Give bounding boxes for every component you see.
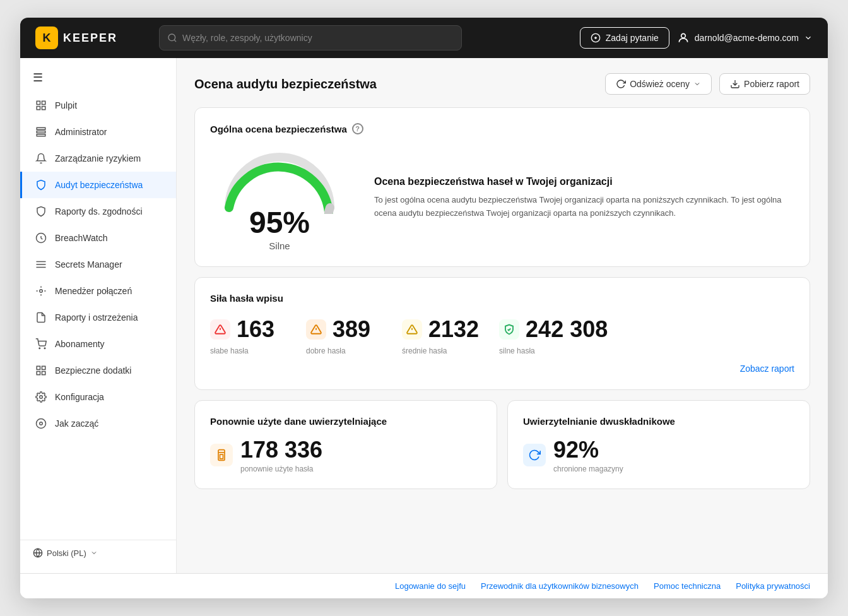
strength-label-strong: silne hasła [499,346,535,355]
ask-button[interactable]: Zadaj pytanie [580,27,669,49]
sidebar-item-breachwatch[interactable]: BreachWatch [20,225,176,251]
sidebar-item-secrets-manager[interactable]: Secrets Manager [20,251,176,278]
refresh-label: Odśwież oceny [630,79,690,89]
footer: Logowanie do sejfuPrzewodnik dla użytkow… [20,573,828,598]
footer-link[interactable]: Polityka prywatności [736,581,810,591]
svg-rect-7 [42,107,45,110]
strength-grid: 163 słabe hasła 389 dobre hasła 2132 śre… [210,316,608,355]
svg-point-2 [168,34,175,41]
overall-security-card: Ogólna ocena bezpieczeństwa ? 95% [194,107,810,267]
menedzer-polaczen-icon [35,285,47,297]
sidebar-item-audyt-bezpieczenstwa[interactable]: Audyt bezpieczeństwa [20,172,176,198]
strength-count-good: 389 [333,316,370,343]
pulpit-icon [35,99,47,112]
bottom-stat-label-reused: ponownie użyte hasła [240,465,322,473]
svg-rect-4 [37,101,40,104]
audyt-bezpieczenstwa-icon [35,179,47,191]
sidebar-item-label-secrets-manager: Secrets Manager [55,259,122,270]
download-button[interactable]: Pobierz raport [719,73,810,95]
bottom-cards: Ponownie użyte dane uwierzytelniające 17… [194,400,810,489]
svg-rect-32 [220,454,223,459]
sidebar-item-label-audyt-bezpieczenstwa: Audyt bezpieczeństwa [55,180,143,190]
download-label: Pobierz raport [744,79,799,89]
sidebar-item-raporty-ostrzezenia[interactable]: Raporty i ostrzeżenia [20,304,176,331]
body: ☰ Pulpit Administrator Zarządzanie ryzyk… [20,58,828,573]
footer-link[interactable]: Pomoc techniczna [654,581,721,591]
sidebar-item-label-menedzer-polaczen: Menedżer połączeń [55,286,132,296]
main-content: Ocena audytu bezpieczeństwa Odśwież ocen… [177,58,828,573]
chevron-down-icon [693,80,701,88]
strength-item-header-medium: 2132 [402,316,479,343]
sidebar-item-pulpit[interactable]: Pulpit [20,92,176,119]
sidebar-item-administrator[interactable]: Administrator [20,119,176,145]
see-report-link[interactable]: Zobacz raport [740,364,794,374]
strength-label-medium: średnie hasła [402,346,447,355]
strength-item-medium: 2132 średnie hasła [402,316,479,355]
raporty-zgodnosci-icon [35,205,47,218]
sidebar-item-label-raporty-ostrzezenia: Raporty i ostrzeżenia [55,312,138,323]
svg-rect-16 [42,366,45,369]
svg-point-14 [44,348,45,349]
abonamenty-icon [35,338,47,350]
password-strength-card: Siła hasła wpisu 163 słabe hasła 389 dob… [194,277,810,390]
footer-link[interactable]: Przewodnik dla użytkowników biznesowych [481,581,639,591]
gauge-desc-title: Ocena bezpieczeństwa haseł w Twojej orga… [374,176,794,187]
sidebar-item-label-abonamenty: Abonamenty [55,339,105,349]
zarzadzanie-ryzykiem-icon [35,152,47,165]
svg-rect-15 [37,366,40,369]
svg-point-21 [40,422,43,425]
keeper-logo-icon: K [35,27,58,49]
overall-card-title: Ogólna ocena bezpieczeństwa ? [210,123,794,134]
page-title: Ocena audytu bezpieczeństwa [194,77,377,92]
bottom-stat-icon-reused [210,444,233,466]
gauge-desc-text: To jest ogólna ocena audytu bezpieczeńst… [374,194,794,220]
gauge-area: 95% Silne [210,145,349,251]
konfiguracja-icon [35,391,47,403]
refresh-button[interactable]: Odśwież oceny [605,73,712,95]
strength-badge-good [306,319,326,340]
svg-text:K: K [43,32,51,44]
sidebar-item-label-konfiguracja: Konfiguracja [55,392,104,402]
sidebar-item-jak-zaczac[interactable]: Jak zacząć [20,410,176,437]
sidebar-bottom: Polski (PL) [20,540,176,566]
bottom-stat-value-2fa: 92% [553,437,623,463]
sidebar-item-label-zarzadzanie-ryzykiem: Zarządzanie ryzykiem [55,153,141,163]
bezpieczne-dodatki-icon [35,364,47,377]
globe-icon [33,548,43,558]
sidebar-menu-toggle[interactable]: ☰ [20,66,176,90]
sidebar-item-label-bezpieczne-dodatki: Bezpieczne dodatki [55,365,131,376]
search-icon [167,33,177,43]
help-icon[interactable]: ? [352,123,363,134]
user-icon [677,32,690,44]
sidebar-item-label-administrator: Administrator [55,127,107,137]
sidebar-item-bezpieczne-dodatki[interactable]: Bezpieczne dodatki [20,357,176,384]
sidebar-item-abonamenty[interactable]: Abonamenty [20,331,176,357]
strength-item-strong: 242 308 silne hasła [499,316,608,355]
bottom-card-reused: Ponownie użyte dane uwierzytelniające 17… [194,400,497,489]
sidebar-item-menedzer-polaczen[interactable]: Menedżer połączeń [20,278,176,304]
user-menu[interactable]: darnold@acme-demo.com [677,32,813,44]
gauge-value: 95% [249,208,310,238]
bottom-card-2fa: Uwierzytelnianie dwuskładnikowe 92% chro… [507,400,810,489]
bottom-stat-value-reused: 178 336 [240,437,322,463]
breachwatch-icon [35,232,47,244]
svg-rect-10 [37,134,45,136]
strength-item-header-good: 389 [306,316,370,343]
svg-rect-8 [37,127,45,129]
strength-count-medium: 2132 [428,316,479,343]
strength-count-weak: 163 [237,316,274,343]
search-input[interactable] [182,33,454,43]
strength-item-good: 389 dobre hasła [306,316,382,355]
administrator-icon [35,126,47,138]
sidebar-item-zarzadzanie-ryzykiem[interactable]: Zarządzanie ryzykiem [20,145,176,172]
footer-link[interactable]: Logowanie do sejfu [395,581,466,591]
chevron-down-icon [90,549,98,557]
search-bar[interactable] [159,25,462,50]
sidebar-item-raporty-zgodnosci[interactable]: Raporty ds. zgodności [20,198,176,225]
language-selector[interactable]: Polski (PL) [33,548,163,558]
sidebar-item-label-pulpit: Pulpit [55,100,77,110]
strength-badge-strong [499,319,519,340]
header: K KEEPER Zadaj pytanie [20,18,828,58]
svg-rect-5 [42,101,45,104]
sidebar-item-konfiguracja[interactable]: Konfiguracja [20,384,176,410]
